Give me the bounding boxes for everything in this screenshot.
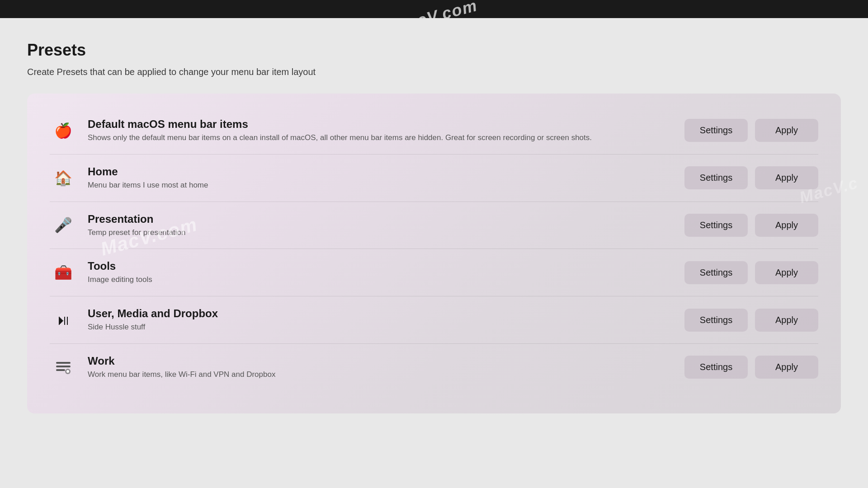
apply-button-home[interactable]: Apply: [755, 166, 818, 189]
preset-info-tools: Tools Image editing tools: [88, 260, 674, 285]
preset-name-presentation: Presentation: [88, 213, 674, 225]
preset-info-user-media-dropbox: User, Media and Dropbox Side Hussle stuf…: [88, 307, 674, 333]
page-title: Presets: [27, 41, 841, 60]
settings-button-work[interactable]: Settings: [684, 356, 748, 379]
preset-desc-presentation: Temp preset for presentation: [88, 227, 674, 238]
apply-button-presentation[interactable]: Apply: [755, 214, 818, 237]
preset-info-work: Work Work menu bar items, like Wi-Fi and…: [88, 355, 674, 380]
preset-icon-user-media-dropbox: ⏯: [50, 312, 77, 328]
preset-actions-default-macos: Settings Apply: [684, 119, 818, 142]
apply-button-tools[interactable]: Apply: [755, 261, 818, 284]
watermark-title: MacV.com: [392, 0, 480, 18]
page-container: MacV.com MacV.c Presets Create Presets t…: [0, 18, 868, 441]
preset-actions-work: Settings Apply: [684, 356, 818, 379]
preset-name-default-macos: Default macOS menu bar items: [88, 118, 674, 131]
svg-point-4: [66, 370, 69, 373]
preset-row-default-macos: 🍎 Default macOS menu bar items Shows onl…: [50, 107, 818, 155]
preset-desc-home: Menu bar items I use most at home: [88, 180, 674, 191]
preset-icon-presentation: 🎤: [50, 216, 77, 234]
presets-container: 🍎 Default macOS menu bar items Shows onl…: [27, 94, 841, 413]
preset-name-user-media-dropbox: User, Media and Dropbox: [88, 307, 674, 320]
settings-button-user-media-dropbox[interactable]: Settings: [684, 309, 748, 332]
preset-row-user-media-dropbox: ⏯ User, Media and Dropbox Side Hussle st…: [50, 296, 818, 344]
svg-rect-0: [56, 362, 71, 364]
preset-icon-tools: 🧰: [50, 264, 77, 281]
preset-name-work: Work: [88, 355, 674, 367]
svg-rect-1: [56, 366, 71, 367]
preset-row-presentation: 🎤 Presentation Temp preset for presentat…: [50, 202, 818, 249]
preset-desc-default-macos: Shows only the default menu bar items on…: [88, 132, 674, 143]
preset-icon-home: 🏠: [50, 169, 77, 187]
preset-actions-user-media-dropbox: Settings Apply: [684, 309, 818, 332]
settings-button-home[interactable]: Settings: [684, 166, 748, 189]
preset-info-home: Home Menu bar items I use most at home: [88, 165, 674, 191]
preset-info-default-macos: Default macOS menu bar items Shows only …: [88, 118, 674, 143]
preset-name-home: Home: [88, 165, 674, 178]
preset-icon-work: [50, 359, 77, 375]
page-subtitle: Create Presets that can be applied to ch…: [27, 67, 841, 77]
preset-actions-home: Settings Apply: [684, 166, 818, 189]
preset-desc-tools: Image editing tools: [88, 274, 674, 285]
apply-button-default-macos[interactable]: Apply: [755, 119, 818, 142]
preset-info-presentation: Presentation Temp preset for presentatio…: [88, 213, 674, 238]
apply-button-user-media-dropbox[interactable]: Apply: [755, 309, 818, 332]
preset-desc-user-media-dropbox: Side Hussle stuff: [88, 322, 674, 333]
apply-button-work[interactable]: Apply: [755, 356, 818, 379]
preset-actions-tools: Settings Apply: [684, 261, 818, 284]
preset-icon-default-macos: 🍎: [50, 122, 77, 139]
settings-button-tools[interactable]: Settings: [684, 261, 748, 284]
preset-row-home: 🏠 Home Menu bar items I use most at home…: [50, 155, 818, 202]
preset-desc-work: Work menu bar items, like Wi-Fi and VPN …: [88, 369, 674, 380]
settings-button-presentation[interactable]: Settings: [684, 214, 748, 237]
svg-rect-2: [56, 369, 65, 371]
settings-button-default-macos[interactable]: Settings: [684, 119, 748, 142]
preset-name-tools: Tools: [88, 260, 674, 272]
preset-row-tools: 🧰 Tools Image editing tools Settings App…: [50, 249, 818, 296]
top-bar: MacV.com: [0, 0, 868, 18]
preset-actions-presentation: Settings Apply: [684, 214, 818, 237]
preset-row-work: Work Work menu bar items, like Wi-Fi and…: [50, 344, 818, 391]
